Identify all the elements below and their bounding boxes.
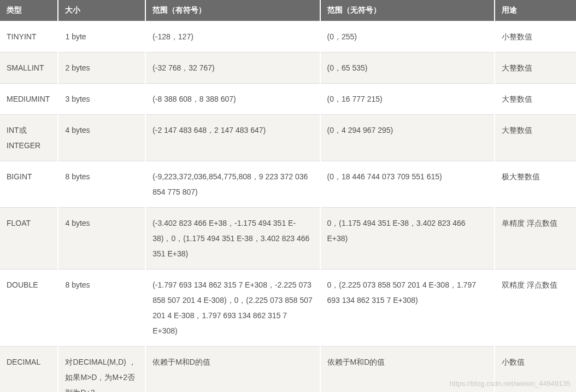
header-usage: 用途 <box>495 0 576 21</box>
cell-size: 4 bytes <box>58 115 145 161</box>
table-row: SMALLINT 2 bytes (-32 768，32 767) (0，65 … <box>0 52 576 84</box>
cell-size: 对DECIMAL(M,D) ，如果M>D，为M+2否则为D+2 <box>58 347 145 393</box>
cell-type: FLOAT <box>0 208 58 270</box>
cell-type: INT或INTEGER <box>0 115 58 161</box>
cell-usage: 大整数值 <box>495 115 576 161</box>
cell-signed: (-2 147 483 648，2 147 483 647) <box>145 115 320 161</box>
cell-signed: (-8 388 608，8 388 607) <box>145 84 320 115</box>
datatype-table: 类型 大小 范围（有符号） 范围（无符号） 用途 TINYINT 1 byte … <box>0 0 576 392</box>
cell-size: 8 bytes <box>58 270 145 347</box>
cell-usage: 极大整数值 <box>495 161 576 208</box>
cell-signed: (-9,223,372,036,854,775,808，9 223 372 03… <box>145 161 320 208</box>
cell-type: DECIMAL <box>0 347 58 393</box>
cell-unsigned: 0，(2.225 073 858 507 201 4 E-308，1.797 6… <box>320 270 495 347</box>
cell-size: 8 bytes <box>58 161 145 208</box>
cell-signed: (-1.797 693 134 862 315 7 E+308，-2.225 0… <box>145 270 320 347</box>
cell-usage: 小数值 <box>495 347 576 393</box>
cell-type: BIGINT <box>0 161 58 208</box>
table-row: MEDIUMINT 3 bytes (-8 388 608，8 388 607)… <box>0 84 576 115</box>
cell-signed: (-32 768，32 767) <box>145 52 320 84</box>
header-signed: 范围（有符号） <box>145 0 320 21</box>
header-size: 大小 <box>58 0 145 21</box>
cell-unsigned: 0，(1.175 494 351 E-38，3.402 823 466 E+38… <box>320 208 495 270</box>
table-row: DOUBLE 8 bytes (-1.797 693 134 862 315 7… <box>0 270 576 347</box>
table-row: FLOAT 4 bytes (-3.402 823 466 E+38，-1.17… <box>0 208 576 270</box>
cell-size: 2 bytes <box>58 52 145 84</box>
cell-type: SMALLINT <box>0 52 58 84</box>
cell-type: DOUBLE <box>0 270 58 347</box>
cell-unsigned: (0，4 294 967 295) <box>320 115 495 161</box>
cell-usage: 小整数值 <box>495 21 576 52</box>
cell-size: 3 bytes <box>58 84 145 115</box>
cell-unsigned: (0，18 446 744 073 709 551 615) <box>320 161 495 208</box>
table-row: INT或INTEGER 4 bytes (-2 147 483 648，2 14… <box>0 115 576 161</box>
table-header-row: 类型 大小 范围（有符号） 范围（无符号） 用途 <box>0 0 576 21</box>
cell-signed: (-3.402 823 466 E+38，-1.175 494 351 E-38… <box>145 208 320 270</box>
cell-signed: 依赖于M和D的值 <box>145 347 320 393</box>
cell-unsigned: (0，16 777 215) <box>320 84 495 115</box>
cell-usage: 双精度 浮点数值 <box>495 270 576 347</box>
cell-unsigned: (0，65 535) <box>320 52 495 84</box>
table-row: TINYINT 1 byte (-128，127) (0，255) 小整数值 <box>0 21 576 52</box>
cell-usage: 大整数值 <box>495 84 576 115</box>
cell-size: 4 bytes <box>58 208 145 270</box>
cell-usage: 单精度 浮点数值 <box>495 208 576 270</box>
cell-type: TINYINT <box>0 21 58 52</box>
cell-unsigned: (0，255) <box>320 21 495 52</box>
cell-type: MEDIUMINT <box>0 84 58 115</box>
table-row: BIGINT 8 bytes (-9,223,372,036,854,775,8… <box>0 161 576 208</box>
header-unsigned: 范围（无符号） <box>320 0 495 21</box>
table-row: DECIMAL 对DECIMAL(M,D) ，如果M>D，为M+2否则为D+2 … <box>0 347 576 393</box>
cell-unsigned: 依赖于M和D的值 <box>320 347 495 393</box>
header-type: 类型 <box>0 0 58 21</box>
cell-signed: (-128，127) <box>145 21 320 52</box>
cell-usage: 大整数值 <box>495 52 576 84</box>
cell-size: 1 byte <box>58 21 145 52</box>
